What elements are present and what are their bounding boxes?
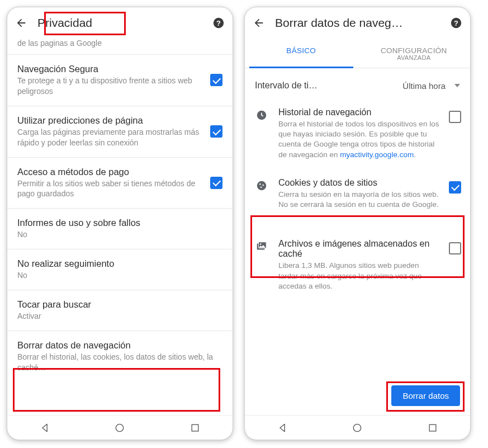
nav-recent-icon[interactable] [189, 422, 201, 433]
data-title: Cookies y datos de sitios [278, 178, 440, 188]
screen-privacy: Privacidad ? de las paginas a Google Nav… [7, 7, 233, 440]
chevron-down-icon [454, 84, 460, 87]
setting-do-not-track[interactable]: No realizar seguimiento No [7, 249, 233, 290]
setting-sub: Permitir a los sitios web saber si tiene… [17, 178, 203, 200]
nav-home-icon[interactable] [114, 422, 125, 433]
help-icon[interactable]: ? [450, 17, 462, 29]
android-navbar [245, 415, 470, 440]
partial-row-top: de las paginas a Google [7, 39, 233, 54]
setting-title: Acceso a métodos de pago [17, 167, 203, 177]
data-title: Historial de navegación [278, 107, 440, 117]
setting-title: Informes de uso y sobre fallos [17, 218, 222, 228]
clear-data-list: Intervalo de ti… Última hora Historial d… [245, 68, 470, 415]
nav-back-icon[interactable] [39, 422, 50, 433]
setting-usage-reports[interactable]: Informes de uso y sobre fallos No [7, 209, 233, 249]
nav-recent-icon[interactable] [427, 422, 438, 433]
help-icon[interactable]: ? [212, 17, 225, 29]
checkbox-cookies[interactable] [449, 181, 461, 194]
setting-title: Utilizar predicciones de página [17, 115, 203, 126]
data-title: Archivos e imágenes almacenados en caché [278, 239, 440, 259]
android-navbar [7, 415, 233, 440]
time-range-selector[interactable]: Intervalo de ti… Última hora [245, 68, 470, 98]
setting-safe-browsing[interactable]: Navegación Segura Te protege a ti y a tu… [7, 55, 233, 106]
setting-title: Navegación Segura [17, 64, 203, 74]
setting-touch-to-search[interactable]: Tocar para buscar Activar [7, 290, 233, 331]
setting-title: Borrar datos de navegación [17, 340, 222, 351]
svg-text:?: ? [454, 19, 458, 27]
setting-title: Tocar para buscar [17, 299, 222, 310]
settings-list: de las paginas a Google Navegación Segur… [7, 39, 233, 415]
row-cookies[interactable]: Cookies y datos de sitios Cierra tu sesi… [245, 169, 470, 219]
setting-clear-browsing-data[interactable]: Borrar datos de navegación Borrar el his… [7, 331, 233, 384]
data-sub: Borra el historial de todos los disposit… [278, 119, 440, 160]
checkbox-payment-methods[interactable] [210, 177, 222, 189]
page-title: Privacidad [37, 16, 202, 30]
row-browsing-history[interactable]: Historial de navegación Borra el histori… [245, 98, 470, 169]
clock-icon [254, 107, 269, 160]
data-sub: Cierra tu sesión en la mayoría de los si… [278, 190, 440, 210]
checkbox-safe-browsing[interactable] [210, 74, 222, 86]
svg-point-9 [262, 185, 264, 186]
tabs: BÁSICO CONFIGURACIÓN AVANZADA [245, 39, 470, 68]
page-title: Borrar datos de naveg… [275, 16, 440, 30]
nav-back-icon[interactable] [277, 422, 288, 433]
setting-sub: No [17, 270, 222, 281]
action-area: Borrar datos [245, 385, 470, 415]
svg-point-2 [116, 424, 124, 431]
row-cached-images[interactable]: Archivos e imágenes almacenados en caché… [245, 230, 470, 300]
image-icon [254, 239, 269, 291]
tab-basic[interactable]: BÁSICO [245, 39, 358, 68]
myactivity-link[interactable]: myactivity.google.com [340, 150, 414, 159]
back-icon[interactable] [253, 17, 265, 29]
setting-title: No realizar seguimiento [17, 258, 222, 269]
setting-sub: Borrar el historial, las cookies, los da… [17, 352, 222, 373]
time-range-label: Intervalo de ti… [255, 81, 397, 91]
checkbox-page-predictions[interactable] [210, 125, 222, 138]
svg-text:?: ? [216, 19, 221, 27]
svg-rect-15 [429, 425, 436, 431]
back-icon[interactable] [15, 17, 27, 29]
checkbox-cache[interactable] [449, 242, 461, 254]
svg-point-8 [259, 183, 261, 185]
nav-home-icon[interactable] [352, 422, 363, 433]
svg-point-14 [354, 424, 361, 431]
appbar: Borrar datos de naveg… ? [245, 7, 470, 39]
clear-data-button[interactable]: Borrar datos [391, 385, 460, 406]
cookie-icon [254, 178, 269, 210]
screen-clear-data: Borrar datos de naveg… ? BÁSICO CONFIGUR… [244, 7, 471, 440]
data-sub: Libera 1,3 MB. Algunos sitios web pueden… [278, 261, 440, 291]
setting-page-predictions[interactable]: Utilizar predicciones de página Carga la… [7, 106, 233, 157]
setting-payment-methods[interactable]: Acceso a métodos de pago Permitir a los … [7, 158, 233, 209]
tab-advanced[interactable]: CONFIGURACIÓN AVANZADA [358, 39, 471, 68]
setting-sub: No [17, 229, 222, 240]
appbar: Privacidad ? [7, 7, 233, 39]
time-range-value: Última hora [402, 81, 446, 91]
svg-rect-3 [192, 425, 198, 431]
setting-sub: Carga las páginas previamente para mostr… [17, 127, 203, 148]
svg-point-7 [257, 181, 267, 191]
svg-point-13 [260, 243, 262, 245]
svg-point-10 [260, 186, 262, 188]
setting-sub: Te protege a ti y a tu dispositivo frent… [17, 76, 203, 97]
setting-sub: Activar [17, 311, 222, 322]
checkbox-history[interactable] [449, 111, 461, 123]
